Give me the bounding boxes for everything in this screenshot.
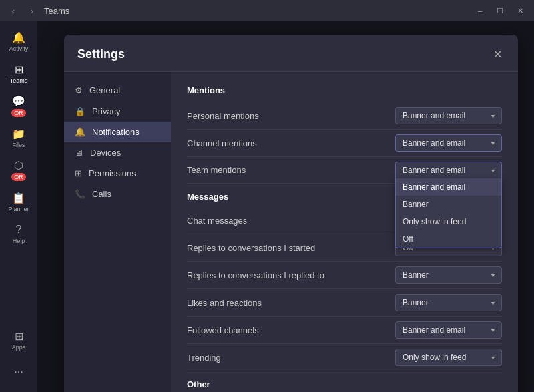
channel-mentions-dropdown[interactable]: Banner and email ▾	[395, 134, 502, 152]
more-icon: ···	[12, 365, 25, 379]
nav-apps[interactable]: ⊞ Apps	[4, 325, 33, 355]
team-mentions-option-feed[interactable]: Only show in feed	[396, 213, 501, 230]
notifications-icon: 🔔	[75, 127, 85, 137]
followed-channels-value: Banner and email	[403, 325, 486, 335]
team-mentions-option-banner[interactable]: Banner	[396, 196, 501, 213]
team-mentions-dropdown[interactable]: Banner and email ▾	[395, 162, 502, 178]
team-mentions-value: Banner and email	[403, 166, 486, 175]
personal-mentions-dropdown[interactable]: Banner and email ▾	[395, 107, 502, 124]
calls-icon: 📞	[75, 189, 85, 199]
settings-nav-privacy[interactable]: 🔒 Privacy	[64, 101, 171, 122]
personal-mentions-arrow: ▾	[491, 112, 495, 120]
channel-mentions-label: Channel mentions	[187, 138, 257, 148]
settings-nav-calls[interactable]: 📞 Calls	[64, 184, 171, 204]
followed-channels-arrow: ▾	[491, 327, 495, 334]
privacy-icon: 🔒	[75, 106, 85, 116]
replies-replied-value: Banner	[403, 270, 486, 280]
modal-close-button[interactable]: ✕	[491, 45, 505, 63]
settings-sidebar: ⚙ General 🔒 Privacy 🔔 Notifications	[64, 72, 171, 392]
team-mentions-row: Team mentions Banner and email ▾ Banner …	[187, 157, 502, 184]
extra-icon: ⬡	[12, 158, 25, 172]
replies-replied-label: Replies to conversations I replied to	[187, 270, 324, 280]
other-section-title: Other	[187, 379, 502, 389]
modal-title: Settings	[77, 47, 125, 61]
settings-nav-calls-label: Calls	[92, 189, 111, 199]
likes-reactions-arrow: ▾	[491, 299, 495, 307]
settings-modal: Settings ✕ ⚙ General 🔒 Privacy	[64, 35, 518, 392]
nav-activity[interactable]: 🔔 Activity	[4, 27, 33, 56]
teams-icon: ⊞	[12, 63, 25, 76]
likes-reactions-dropdown[interactable]: Banner ▾	[395, 294, 502, 311]
channel-mentions-row: Channel mentions Banner and email ▾	[187, 130, 502, 157]
channel-mentions-arrow: ▾	[491, 140, 495, 147]
nav-files[interactable]: 📁 Files	[4, 123, 33, 152]
modal-body: ⚙ General 🔒 Privacy 🔔 Notifications	[64, 72, 518, 392]
likes-reactions-value: Banner	[403, 298, 486, 307]
trending-arrow: ▾	[491, 354, 495, 361]
nav-extra[interactable]: ⬡ OR	[4, 155, 33, 184]
team-mentions-option-banner-email[interactable]: Banner and email	[396, 178, 501, 196]
forward-button[interactable]: ›	[24, 3, 40, 19]
settings-nav-general-label: General	[89, 85, 120, 95]
maximize-button[interactable]: ☐	[491, 2, 509, 19]
files-icon: 📁	[12, 127, 25, 140]
replies-replied-dropdown[interactable]: Banner ▾	[395, 266, 502, 284]
nav-chat[interactable]: 💬 OR	[4, 91, 33, 120]
planner-icon: 📋	[12, 191, 25, 204]
trending-dropdown[interactable]: Only show in feed ▾	[395, 349, 502, 366]
trending-value: Only show in feed	[403, 353, 486, 362]
replies-replied-arrow: ▾	[491, 272, 495, 279]
followed-channels-row: Followed channels Banner and email ▾	[187, 317, 502, 344]
team-mentions-label: Team mentions	[187, 165, 246, 175]
settings-content: Mentions Personal mentions Banner and em…	[171, 72, 518, 392]
nav-buttons: ‹ ›	[5, 3, 40, 19]
settings-nav-devices[interactable]: 🖥 Devices	[64, 142, 171, 163]
personal-mentions-row: Personal mentions Banner and email ▾	[187, 102, 502, 130]
settings-nav-general[interactable]: ⚙ General	[64, 80, 171, 101]
help-icon: ?	[12, 223, 25, 236]
window-controls: – ☐ ✕	[471, 2, 529, 19]
team-mentions-dropdown-arrow: ▾	[491, 167, 495, 174]
replies-replied-row: Replies to conversations I replied to Ba…	[187, 262, 502, 289]
permissions-icon: ⊞	[75, 168, 82, 178]
modal-overlay: Settings ✕ ⚙ General 🔒 Privacy	[37, 21, 534, 392]
trending-row: Trending Only show in feed ▾	[187, 344, 502, 371]
followed-channels-dropdown[interactable]: Banner and email ▾	[395, 321, 502, 339]
personal-mentions-value: Banner and email	[403, 111, 486, 120]
trending-label: Trending	[187, 353, 221, 363]
mentions-section-title: Mentions	[187, 85, 502, 95]
app-title: Teams	[44, 6, 69, 16]
team-mentions-option-off[interactable]: Off	[396, 230, 501, 248]
nav-help[interactable]: ? Help	[4, 219, 33, 248]
general-icon: ⚙	[75, 85, 83, 95]
chat-icon: 💬	[12, 94, 25, 108]
settings-nav-privacy-label: Privacy	[92, 106, 121, 116]
settings-nav-permissions-label: Permissions	[89, 168, 136, 178]
settings-nav-permissions[interactable]: ⊞ Permissions	[64, 163, 171, 184]
app-nav: 🔔 Activity ⊞ Teams 💬 OR 📁 Files ⬡ OR 📋 P…	[0, 21, 37, 392]
likes-reactions-row: Likes and reactions Banner ▾	[187, 289, 502, 317]
content-area: Settings ✕ ⚙ General 🔒 Privacy	[37, 21, 534, 392]
settings-nav-notifications-label: Notifications	[92, 127, 140, 137]
minimize-button[interactable]: –	[471, 2, 489, 19]
team-mentions-menu: Banner and email Banner Only show in fee…	[395, 178, 502, 248]
likes-reactions-label: Likes and reactions	[187, 298, 262, 308]
back-button[interactable]: ‹	[5, 3, 21, 19]
followed-channels-label: Followed channels	[187, 325, 259, 335]
close-button[interactable]: ✕	[511, 2, 529, 19]
nav-more[interactable]: ···	[4, 357, 33, 387]
replies-started-label: Replies to conversations I started	[187, 243, 315, 253]
top-bar: ‹ › Teams – ☐ ✕	[0, 0, 534, 21]
channel-mentions-value: Banner and email	[403, 138, 486, 148]
nav-teams[interactable]: ⊞ Teams	[4, 59, 33, 88]
top-bar-left: ‹ › Teams	[5, 3, 69, 19]
activity-icon: 🔔	[12, 31, 25, 44]
chat-messages-label: Chat messages	[187, 216, 247, 226]
team-mentions-dropdown-container: Banner and email ▾ Banner and email Bann…	[395, 162, 502, 178]
settings-nav-notifications[interactable]: 🔔 Notifications	[64, 122, 171, 142]
modal-header: Settings ✕	[64, 35, 518, 72]
devices-icon: 🖥	[75, 148, 83, 158]
apps-icon: ⊞	[12, 329, 25, 343]
nav-planner[interactable]: 📋 Planner	[4, 187, 33, 216]
settings-nav-devices-label: Devices	[90, 148, 121, 158]
